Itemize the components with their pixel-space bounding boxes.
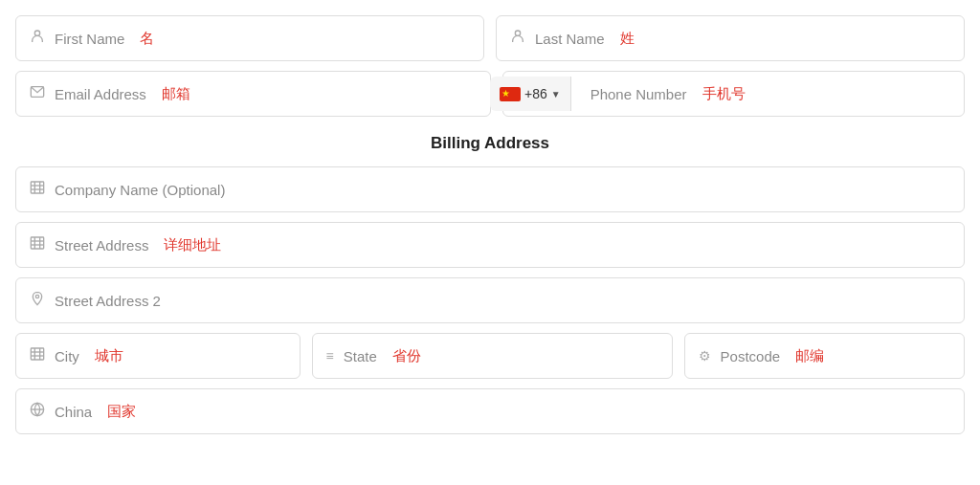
state-field[interactable]: ≡ State 省份 xyxy=(312,333,673,379)
street-building-icon xyxy=(30,235,45,254)
building-icon xyxy=(30,180,45,199)
email-label: Email Address xyxy=(55,86,146,102)
state-label: State xyxy=(344,348,377,364)
city-state-postcode-row: City 城市 ≡ State 省份 ⚙ Postcode 邮编 xyxy=(15,333,965,379)
email-icon xyxy=(30,84,45,103)
person-icon xyxy=(30,29,45,48)
svg-point-13 xyxy=(35,295,38,298)
phone-label: Phone Number xyxy=(590,86,687,102)
chevron-down-icon: ▼ xyxy=(551,89,561,99)
svg-rect-14 xyxy=(31,348,43,360)
email-phone-row: Email Address 邮箱 +86 ▼ Phone Number 手机号 xyxy=(15,71,965,117)
city-label: City xyxy=(55,348,79,364)
street-address-row: Street Address 详细地址 xyxy=(15,222,965,268)
globe-icon xyxy=(30,402,45,421)
svg-rect-3 xyxy=(31,182,43,193)
street-address2-field[interactable]: Street Address 2 xyxy=(15,277,965,323)
city-hint: 城市 xyxy=(95,347,123,365)
svg-point-0 xyxy=(34,31,39,35)
country-hint: 国家 xyxy=(107,403,136,421)
street-address2-row: Street Address 2 xyxy=(15,277,965,323)
name-row: First Name 名 Last Name 姓 xyxy=(15,15,965,61)
billing-address-title: Billing Address xyxy=(15,134,965,153)
first-name-field[interactable]: First Name 名 xyxy=(15,15,484,61)
postcode-hint: 邮编 xyxy=(795,347,824,365)
country-label: China xyxy=(55,404,92,420)
state-icon: ≡ xyxy=(326,348,334,364)
postcode-label: Postcode xyxy=(721,348,781,364)
country-field[interactable]: China 国家 xyxy=(15,388,965,434)
email-field[interactable]: Email Address 邮箱 xyxy=(15,71,491,117)
street-address-field[interactable]: Street Address 详细地址 xyxy=(15,222,965,268)
company-label: Company Name (Optional) xyxy=(55,182,225,198)
person-icon-2 xyxy=(510,29,525,48)
last-name-hint: 姓 xyxy=(620,30,635,48)
street-address-label: Street Address xyxy=(55,237,148,254)
city-field[interactable]: City 城市 xyxy=(15,333,301,379)
street-address-hint: 详细地址 xyxy=(164,236,221,254)
city-icon xyxy=(30,346,45,365)
pin-icon xyxy=(30,291,45,310)
first-name-label: First Name xyxy=(55,31,124,47)
state-hint: 省份 xyxy=(392,347,421,365)
svg-point-1 xyxy=(515,31,520,35)
company-row: Company Name (Optional) xyxy=(15,166,965,212)
postcode-field[interactable]: ⚙ Postcode 邮编 xyxy=(684,333,965,379)
china-flag-icon xyxy=(500,87,521,101)
postcode-icon: ⚙ xyxy=(699,348,711,364)
street-address2-label: Street Address 2 xyxy=(55,293,161,309)
country-row: China 国家 xyxy=(15,388,965,434)
first-name-hint: 名 xyxy=(140,30,154,48)
phone-prefix-label: +86 xyxy=(524,86,547,101)
phone-field[interactable]: +86 ▼ Phone Number 手机号 xyxy=(502,71,965,117)
phone-prefix-selector[interactable]: +86 ▼ xyxy=(490,77,571,111)
phone-hint: 手机号 xyxy=(702,85,746,103)
last-name-label: Last Name xyxy=(535,31,605,47)
email-hint: 邮箱 xyxy=(162,85,190,103)
svg-rect-8 xyxy=(31,237,43,249)
last-name-field[interactable]: Last Name 姓 xyxy=(496,15,965,61)
company-field[interactable]: Company Name (Optional) xyxy=(15,166,965,212)
